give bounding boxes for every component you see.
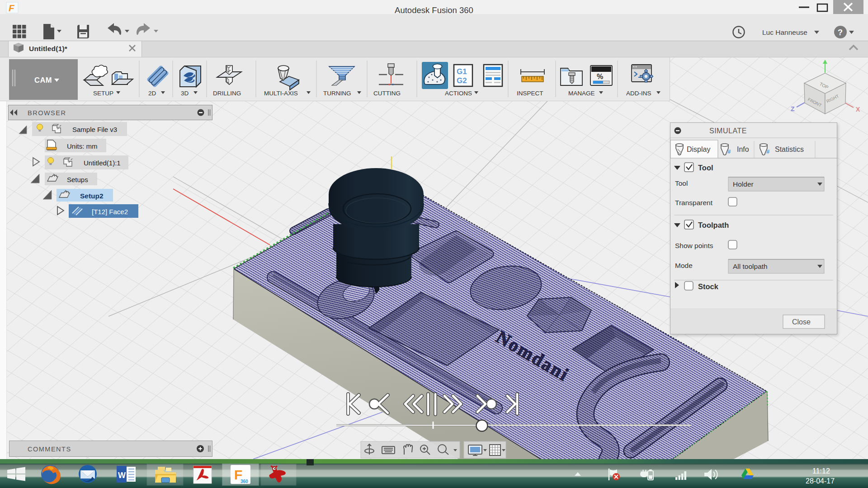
svg-text:All toolpath: All toolpath (733, 263, 768, 270)
svg-text:Display: Display (687, 145, 710, 153)
svg-text:Untitled(1)*: Untitled(1)* (29, 45, 68, 52)
svg-text:Show points: Show points (675, 242, 713, 249)
svg-text:Stock: Stock (698, 282, 719, 291)
svg-text:W: W (118, 471, 126, 480)
svg-text:Setups: Setups (67, 176, 88, 183)
svg-text:360: 360 (241, 479, 248, 484)
svg-text:Holder: Holder (733, 180, 754, 188)
svg-text:Sample File v3: Sample File v3 (72, 126, 117, 133)
svg-text:Tool: Tool (698, 164, 713, 172)
svg-text:Untitled(1):1: Untitled(1):1 (84, 159, 121, 167)
svg-text:G2: G2 (457, 76, 467, 85)
svg-text:G1: G1 (457, 67, 467, 76)
svg-text:2D: 2D (148, 90, 156, 97)
svg-text:28-04-17: 28-04-17 (806, 477, 835, 485)
svg-text:#: # (727, 148, 731, 155)
svg-text:X: X (856, 106, 860, 113)
svg-text:ADD-INS: ADD-INS (626, 90, 651, 97)
svg-text:%: % (597, 73, 603, 80)
svg-text:SETUP: SETUP (93, 90, 113, 97)
svg-text:DRILLING: DRILLING (213, 90, 241, 97)
svg-text:Setup2: Setup2 (80, 192, 104, 200)
svg-text:CUTTING: CUTTING (373, 90, 401, 97)
svg-text:Z: Z (791, 105, 795, 113)
svg-text:SIMULATE: SIMULATE (709, 127, 747, 135)
svg-text:Info: Info (737, 145, 749, 153)
svg-text:INSPECT: INSPECT (517, 90, 543, 97)
svg-text:?: ? (838, 28, 843, 37)
svg-text:Units: mm: Units: mm (67, 142, 98, 150)
svg-text:Luc Hanneuse: Luc Hanneuse (762, 28, 807, 36)
svg-text:Toolpath: Toolpath (698, 221, 729, 229)
svg-text:Statistics: Statistics (775, 145, 804, 153)
svg-text:ACTIONS: ACTIONS (445, 90, 472, 97)
svg-text:#: # (766, 148, 770, 155)
svg-text:Tool: Tool (675, 179, 688, 187)
svg-text:[T12] Face2: [T12] Face2 (92, 208, 128, 216)
svg-text:MULTI-AXIS: MULTI-AXIS (264, 90, 298, 97)
svg-text:BROWSER: BROWSER (28, 109, 66, 117)
svg-text:11:12: 11:12 (812, 467, 830, 475)
svg-text:Close: Close (792, 318, 811, 326)
svg-text:Mode: Mode (675, 262, 693, 269)
svg-text:MANAGE: MANAGE (568, 90, 595, 97)
svg-text:3D: 3D (181, 90, 189, 97)
svg-text:Transparent: Transparent (675, 199, 713, 206)
svg-text:TURNING: TURNING (323, 90, 351, 97)
svg-text:CAM: CAM (34, 76, 52, 84)
svg-text:COMMENTS: COMMENTS (28, 446, 71, 453)
